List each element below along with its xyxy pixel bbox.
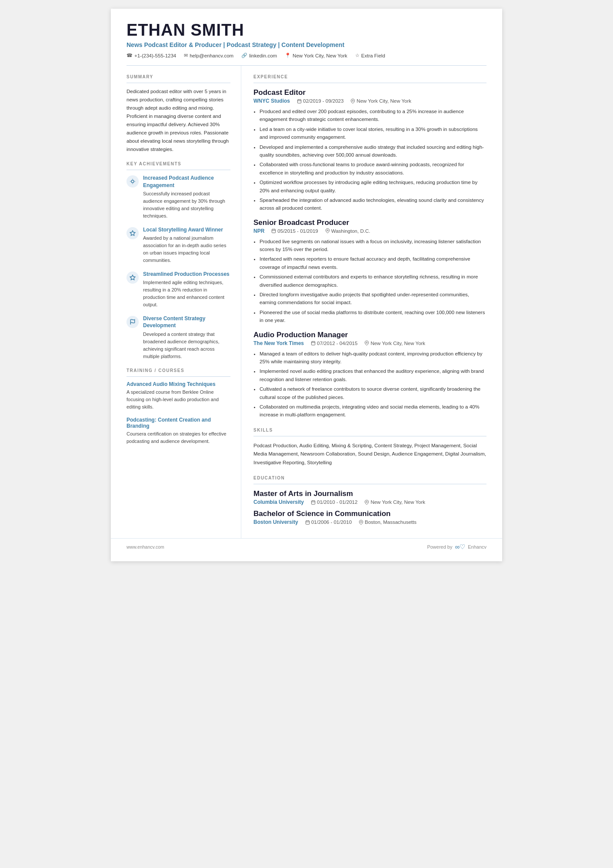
achievement-content-3: Diverse Content Strategy Development Dev… <box>143 315 230 361</box>
skills-divider <box>253 436 486 436</box>
edu-date-0: 01/2010 - 01/2012 <box>311 499 357 505</box>
course-item-1: Podcasting: Content Creation and Brandin… <box>127 417 230 445</box>
achievements-divider <box>127 170 230 170</box>
right-column: EXPERIENCE Podcast Editor WNYC Studios 0… <box>241 66 502 538</box>
job-meta-1: NPR 05/2015 - 01/2019 Washington, D.C. <box>253 228 486 234</box>
job-date-0: 02/2019 - 09/2023 <box>297 98 343 104</box>
achievement-icon-1 <box>127 227 139 239</box>
extra-icon: ☆ <box>355 53 360 58</box>
job-location-1: Washington, D.C. <box>325 228 370 234</box>
location-item: 📍 New York City, New York <box>285 53 347 58</box>
bullet: Interfaced with news reporters to ensure… <box>260 255 486 271</box>
job-date-1: 05/2015 - 01/2019 <box>271 228 318 234</box>
achievement-title-3: Diverse Content Strategy Development <box>143 315 230 330</box>
achievement-content-0: Increased Podcast Audience Engagement Su… <box>143 174 230 220</box>
footer: www.enhancv.com Powered by ∞♡ Enhancv <box>111 538 502 555</box>
body: SUMMARY Dedicated podcast editor with ov… <box>111 66 502 538</box>
job-company-0: WNYC Studios <box>253 98 290 104</box>
svg-rect-28 <box>306 521 309 524</box>
achievement-desc-3: Developed a content strategy that broade… <box>143 331 230 360</box>
achievement-desc-2: Implemented agile editing techniques, re… <box>143 279 230 308</box>
linkedin-item: 🔗 linkedin.com <box>241 53 277 58</box>
footer-url: www.enhancv.com <box>127 544 164 550</box>
education-divider <box>253 484 486 484</box>
edu-degree-1: Bachelor of Science in Communication <box>253 509 486 518</box>
bullet: Collaborated on multimedia projects, int… <box>260 403 486 419</box>
svg-rect-13 <box>272 229 276 233</box>
header: ETHAN SMITH News Podcast Editor & Produc… <box>111 9 502 65</box>
phone-icon: ☎ <box>127 53 133 58</box>
achievement-icon-2 <box>127 271 139 284</box>
course-desc-0: A specialized course from Berklee Online… <box>127 389 230 411</box>
bullet: Directed longform investigative audio pr… <box>260 291 486 307</box>
experience-label: EXPERIENCE <box>253 74 486 79</box>
powered-by-text: Powered by <box>427 544 452 550</box>
education-label: EDUCATION <box>253 476 486 480</box>
footer-brand: Powered by ∞♡ Enhancv <box>427 543 486 551</box>
left-column: SUMMARY Dedicated podcast editor with ov… <box>111 66 241 538</box>
achievement-content-2: Streamlined Production Processes Impleme… <box>143 271 230 309</box>
resume-page: ETHAN SMITH News Podcast Editor & Produc… <box>111 9 502 561</box>
achievement-item-3: Diverse Content Strategy Development Dev… <box>127 315 230 361</box>
svg-marker-6 <box>130 275 135 280</box>
job-bullets-0: Produced and edited over 200 podcast epi… <box>253 107 486 212</box>
email-address: help@enhancv.com <box>190 53 233 58</box>
job-1: Senior Broadcast Producer NPR 05/2015 - … <box>253 218 486 325</box>
extra-text: Extra Field <box>361 53 385 58</box>
svg-point-12 <box>352 100 353 101</box>
summary-label: SUMMARY <box>127 74 230 79</box>
edu-degree-0: Master of Arts in Journalism <box>253 489 486 498</box>
email-item: ✉ help@enhancv.com <box>184 53 233 58</box>
edu-meta-1: Boston University 01/2006 - 01/2010 Bost… <box>253 519 486 525</box>
phone-item: ☎ +1-(234)-555-1234 <box>127 53 176 58</box>
job-2: Audio Production Manager The New York Ti… <box>253 331 486 419</box>
course-title-0: Advanced Audio Mixing Techniques <box>127 381 230 387</box>
svg-point-17 <box>327 230 328 231</box>
achievement-desc-1: Awarded by a national journalism associa… <box>143 235 230 264</box>
achievement-title-1: Local Storytelling Award Winner <box>143 226 230 234</box>
achievement-item-2: Streamlined Production Processes Impleme… <box>127 271 230 309</box>
extra-item: ☆ Extra Field <box>355 53 385 58</box>
job-company-1: NPR <box>253 228 264 234</box>
edu-meta-0: Columbia University 01/2010 - 01/2012 Ne… <box>253 499 486 505</box>
course-title-1: Podcasting: Content Creation and Brandin… <box>127 417 230 429</box>
edu-item-0: Master of Arts in Journalism Columbia Un… <box>253 489 486 505</box>
job-bullets-1: Produced live segments on national issue… <box>253 238 486 325</box>
location-text: New York City, New York <box>293 53 347 58</box>
edu-school-1: Boston University <box>253 519 298 525</box>
bullet: Developed and implemented a comprehensiv… <box>260 143 486 159</box>
bullet: Led a team on a city-wide initiative to … <box>260 125 486 141</box>
achievement-icon-0 <box>127 175 139 188</box>
svg-rect-23 <box>311 501 315 504</box>
brand-logo: ∞♡ <box>455 543 465 551</box>
bullet: Pioneered the use of social media platfo… <box>260 308 486 325</box>
training-divider <box>127 376 230 377</box>
achievement-title-2: Streamlined Production Processes <box>143 271 230 278</box>
edu-location-1: Boston, Massachusetts <box>359 519 416 525</box>
bullet: Optimized workflow processes by introduc… <box>260 178 486 194</box>
training-label: TRAINING / COURSES <box>127 368 230 373</box>
job-title-1: Senior Broadcast Producer <box>253 218 486 227</box>
achievement-item-0: Increased Podcast Audience Engagement Su… <box>127 174 230 220</box>
svg-point-27 <box>366 501 368 503</box>
bullet: Commissioned external contributors and e… <box>260 273 486 289</box>
job-location-2: New York City, New York <box>364 341 425 346</box>
job-title-0: Podcast Editor <box>253 88 486 97</box>
job-location-0: New York City, New York <box>350 98 411 104</box>
job-company-2: The New York Times <box>253 340 304 346</box>
svg-rect-18 <box>311 342 315 345</box>
achievement-desc-0: Successfully increased podcast audience … <box>143 190 230 220</box>
link-icon: 🔗 <box>241 53 247 58</box>
bullet: Produced and edited over 200 podcast epi… <box>260 107 486 124</box>
achievement-icon-3 <box>127 316 139 328</box>
svg-rect-8 <box>297 99 301 103</box>
edu-school-0: Columbia University <box>253 499 304 505</box>
phone-number: +1-(234)-555-1234 <box>134 53 176 58</box>
skills-text: Podcast Production, Audio Editing, Mixin… <box>253 442 486 467</box>
course-item-0: Advanced Audio Mixing Techniques A speci… <box>127 381 230 411</box>
svg-point-22 <box>366 342 368 343</box>
achievement-content-1: Local Storytelling Award Winner Awarded … <box>143 226 230 265</box>
bullet: Managed a team of editors to deliver hig… <box>260 350 486 366</box>
job-date-2: 07/2012 - 04/2015 <box>311 341 357 346</box>
bullet: Cultivated a network of freelance contri… <box>260 385 486 401</box>
